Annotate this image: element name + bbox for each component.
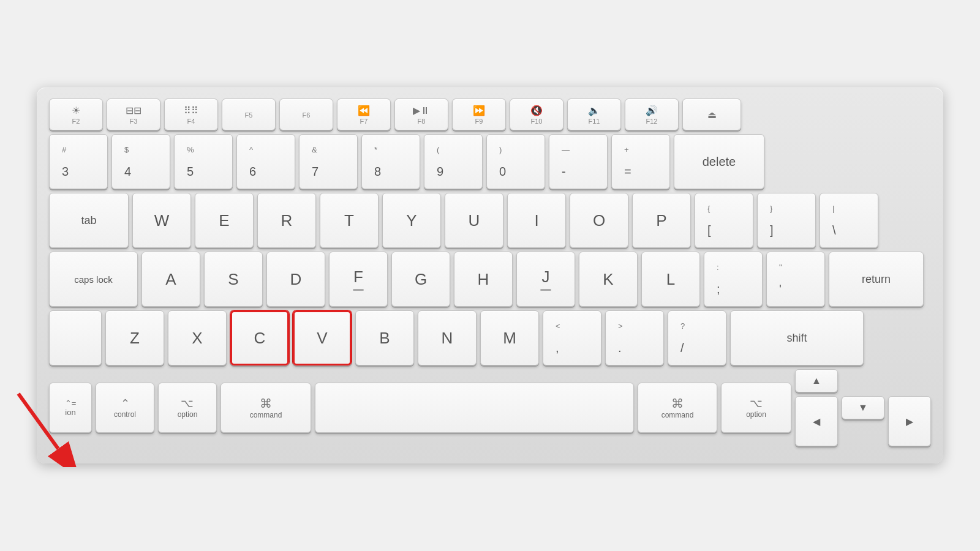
key-eject[interactable]: ⏏ [682, 99, 741, 130]
key-f5[interactable]: F5 [222, 99, 276, 130]
key-minus-bottom: - [562, 165, 566, 178]
key-equals-bottom: = [624, 165, 631, 178]
key-j[interactable]: J [516, 252, 575, 307]
key-f9[interactable]: ⏩ F9 [452, 99, 506, 130]
key-fn-label: ion [65, 408, 75, 417]
key-f2[interactable]: ☀ F2 [49, 99, 103, 130]
key-8[interactable]: * 8 [361, 134, 420, 189]
key-f3[interactable]: ⊟⊟ F3 [107, 99, 160, 130]
key-control[interactable]: ⌃ control [96, 383, 154, 433]
key-9[interactable]: ( 9 [424, 134, 483, 189]
key-k[interactable]: K [579, 252, 638, 307]
key-c[interactable]: C [230, 310, 289, 365]
key-option-right-icon: ⌥ [750, 397, 763, 410]
key-command-left[interactable]: ⌘ command [221, 383, 311, 433]
key-arrow-left[interactable]: ◀ [795, 396, 838, 446]
key-n[interactable]: N [418, 310, 477, 365]
key-arrow-up[interactable]: ▲ [795, 369, 838, 392]
key-y[interactable]: Y [382, 193, 441, 248]
key-z[interactable]: Z [105, 310, 164, 365]
key-h[interactable]: H [454, 252, 513, 307]
key-command-right-label: command [662, 411, 694, 419]
key-f6[interactable]: F6 [279, 99, 333, 130]
key-backslash[interactable]: | \ [820, 193, 878, 248]
key-t[interactable]: T [320, 193, 379, 248]
key-s[interactable]: S [204, 252, 263, 307]
key-semicolon-top: : [717, 263, 719, 271]
key-bracket-close[interactable]: } ] [757, 193, 816, 248]
key-f[interactable]: F [329, 252, 388, 307]
key-f7[interactable]: ⏪ F7 [337, 99, 391, 130]
key-f12[interactable]: 🔊 F12 [625, 99, 679, 130]
key-bracket-open[interactable]: { [ [695, 193, 753, 248]
mute-icon: 🔇 [530, 105, 543, 116]
key-comma[interactable]: < , [543, 310, 601, 365]
key-quote-top: " [779, 263, 782, 271]
key-shift-left[interactable] [49, 310, 102, 365]
key-slash[interactable]: ? / [668, 310, 726, 365]
key-delete[interactable]: delete [674, 134, 764, 189]
key-7[interactable]: & 7 [299, 134, 358, 189]
key-3-bottom: 3 [62, 165, 69, 178]
key-o[interactable]: O [570, 193, 628, 248]
key-d[interactable]: D [266, 252, 325, 307]
key-v[interactable]: V [293, 310, 352, 365]
key-3[interactable]: # 3 [49, 134, 108, 189]
key-f4[interactable]: ⠿⠿ F4 [164, 99, 218, 130]
key-i[interactable]: I [507, 193, 566, 248]
key-0[interactable]: ) 0 [486, 134, 545, 189]
key-f8[interactable]: ▶⏸ F8 [394, 99, 448, 130]
key-slash-bottom: / [680, 342, 684, 354]
key-option-left[interactable]: ⌥ option [158, 383, 217, 433]
key-6-top: ^ [249, 146, 253, 154]
key-f10-label: F10 [531, 118, 543, 125]
key-bracket-close-bottom: ] [770, 224, 774, 236]
key-g[interactable]: G [391, 252, 450, 307]
key-fn-icon: ⌃= [65, 399, 77, 408]
key-tab-label: tab [81, 214, 96, 227]
key-m[interactable]: M [480, 310, 539, 365]
key-9-bottom: 9 [437, 165, 443, 178]
key-6[interactable]: ^ 6 [236, 134, 295, 189]
play-pause-icon: ▶⏸ [413, 105, 430, 116]
key-e[interactable]: E [195, 193, 254, 248]
key-minus[interactable]: — - [549, 134, 608, 189]
key-a[interactable]: A [141, 252, 200, 307]
arrow-top-row: ▲ [795, 369, 931, 392]
key-return[interactable]: return [829, 252, 924, 307]
key-equals[interactable]: + = [611, 134, 670, 189]
key-semicolon[interactable]: : ; [704, 252, 763, 307]
key-control-label: control [114, 410, 136, 419]
key-return-label: return [862, 273, 891, 286]
key-w[interactable]: W [132, 193, 191, 248]
key-command-right[interactable]: ⌘ command [638, 383, 717, 433]
key-period[interactable]: > . [605, 310, 664, 365]
key-shift-right[interactable]: shift [730, 310, 864, 365]
key-option-right[interactable]: ⌥ option [721, 383, 791, 433]
key-quote[interactable]: " ' [766, 252, 825, 307]
key-b[interactable]: B [355, 310, 414, 365]
key-fn[interactable]: ⌃= ion [49, 383, 92, 433]
key-u[interactable]: U [445, 193, 503, 248]
key-f10[interactable]: 🔇 F10 [510, 99, 564, 130]
key-5[interactable]: % 5 [174, 134, 233, 189]
key-space[interactable] [315, 383, 634, 433]
key-f11[interactable]: 🔈 F11 [567, 99, 621, 130]
key-d-label: D [290, 270, 302, 289]
key-r[interactable]: R [257, 193, 316, 248]
key-arrow-down[interactable]: ▼ [842, 396, 884, 419]
key-arrow-right[interactable]: ▶ [888, 396, 931, 446]
key-0-bottom: 0 [499, 165, 506, 178]
key-p[interactable]: P [632, 193, 691, 248]
key-n-label: N [442, 329, 453, 348]
key-4[interactable]: $ 4 [111, 134, 170, 189]
key-3-top: # [62, 146, 66, 154]
key-period-bottom: . [618, 342, 622, 354]
key-f2-label: F2 [72, 118, 80, 125]
key-tab[interactable]: tab [49, 193, 129, 248]
key-w-label: W [154, 211, 170, 230]
key-x-label: X [192, 329, 202, 348]
key-x[interactable]: X [168, 310, 227, 365]
key-caps-lock[interactable]: caps lock [49, 252, 138, 307]
key-l[interactable]: L [641, 252, 700, 307]
